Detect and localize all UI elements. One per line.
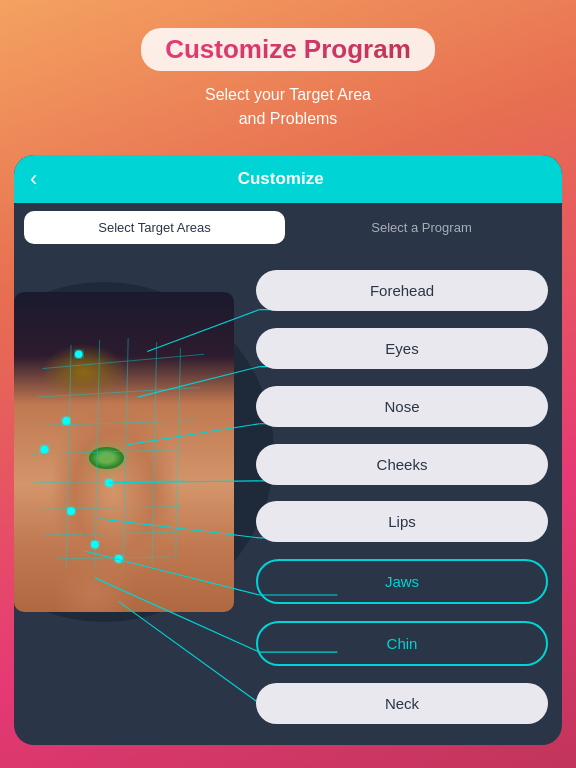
area-row-nose: Nose [256, 386, 548, 427]
area-button-forehead[interactable]: Forehead [256, 270, 548, 311]
area-row-cheeks: Cheeks [256, 444, 548, 485]
area-row-chin: Chin [256, 621, 548, 666]
area-button-jaws[interactable]: Jaws [256, 559, 548, 604]
face-image [14, 292, 234, 612]
area-row-neck: Neck [256, 683, 548, 724]
area-row-eyes: Eyes [256, 328, 548, 369]
card-header: ‹ Customize [14, 155, 562, 203]
right-panel: Forehead Eyes Nose Cheeks Lips Jaws Chin… [242, 252, 562, 742]
area-button-eyes[interactable]: Eyes [256, 328, 548, 369]
main-title-bg: Customize Program [141, 28, 435, 71]
area-button-lips[interactable]: Lips [256, 501, 548, 542]
eye-highlight [89, 447, 124, 469]
main-card: ‹ Customize Select Target Areas Select a… [14, 155, 562, 745]
tab-select-program[interactable]: Select a Program [291, 211, 552, 244]
area-button-chin[interactable]: Chin [256, 621, 548, 666]
area-button-cheeks[interactable]: Cheeks [256, 444, 548, 485]
content-area: Forehead Eyes Nose Cheeks Lips Jaws Chin… [14, 252, 562, 742]
tabs-row: Select Target Areas Select a Program [14, 203, 562, 252]
area-button-neck[interactable]: Neck [256, 683, 548, 724]
subtitle: Select your Target Area and Problems [20, 83, 556, 131]
area-row-lips: Lips [256, 501, 548, 542]
top-section: Customize Program Select your Target Are… [0, 0, 576, 147]
area-row-forehead: Forehead [256, 270, 548, 311]
back-button[interactable]: ‹ [30, 168, 37, 190]
main-title: Customize Program [165, 34, 411, 65]
area-button-nose[interactable]: Nose [256, 386, 548, 427]
card-header-title: Customize [37, 169, 524, 189]
area-row-jaws: Jaws [256, 559, 548, 604]
tab-select-target[interactable]: Select Target Areas [24, 211, 285, 244]
